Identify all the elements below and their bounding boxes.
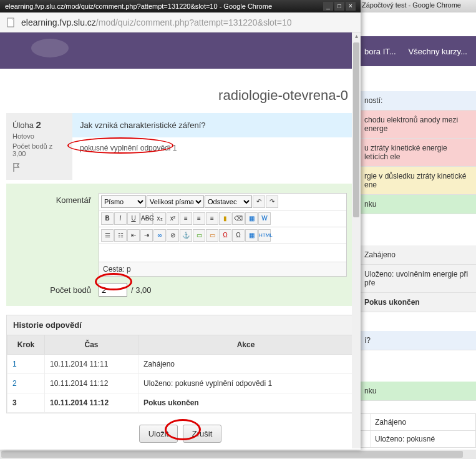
button-row: Uložit Zrušit	[6, 413, 354, 448]
url-text: elearning.fvp.slu.cz/mod/quiz/comment.ph…	[21, 17, 292, 27]
link-icon[interactable]: ∞	[153, 229, 166, 242]
grade-input[interactable]	[99, 283, 127, 297]
clean-icon[interactable]: ▮	[219, 212, 231, 225]
bg-row: nku	[358, 382, 476, 401]
outdent-icon[interactable]: ⇤	[127, 229, 140, 242]
sub-icon[interactable]: x₂	[153, 212, 166, 225]
rich-text-editor[interactable]: Písmo Velikost písma Odstavec ↶ ↷ B I U …	[99, 193, 347, 277]
col-time: Čas	[45, 335, 138, 355]
window-title: elearning.fvp.slu.cz/mod/quiz/comment.ph…	[5, 2, 323, 10]
answer-text: pokusné vyplnění odpovědi 1	[72, 137, 354, 159]
char-icon[interactable]: Ω	[232, 229, 245, 242]
table-row: 2 10.11.2014 11:12 Uloženo: pokusné vypl…	[7, 374, 354, 393]
italic-icon[interactable]: I	[114, 212, 127, 225]
main-window: elearning.fvp.slu.cz/mod/quiz/comment.ph…	[0, 0, 361, 450]
bg-table: Zahájeno Uloženo: pokusné	[358, 413, 476, 448]
equation-icon[interactable]: Ω	[219, 229, 231, 242]
col-step: Krok	[7, 335, 45, 355]
save-button[interactable]: Uložit	[139, 425, 178, 443]
bg-row: nku	[358, 195, 476, 214]
image-icon[interactable]: ▭	[193, 229, 205, 242]
editor-toolbar-1: Písmo Velikost písma Odstavec ↶ ↷	[99, 194, 346, 210]
cancel-button[interactable]: Zrušit	[183, 425, 222, 443]
align-left-icon[interactable]: ≡	[180, 212, 192, 225]
grade-label: Počet bodů	[14, 285, 99, 295]
paste-icon[interactable]: ▦	[245, 212, 258, 225]
align-right-icon[interactable]: ≡	[206, 212, 218, 225]
font-select[interactable]: Písmo	[101, 195, 146, 208]
history-block: Historie odpovědí Krok Čas Akce 1 10.11.…	[6, 315, 354, 413]
format-select[interactable]: Odstavec	[205, 195, 252, 208]
ol-icon[interactable]: ☷	[114, 229, 127, 242]
unlink-icon[interactable]: ⊘	[167, 229, 179, 242]
address-bar[interactable]: elearning.fvp.slu.cz/mod/quiz/comment.ph…	[0, 12, 361, 32]
bg-nav-item[interactable]: Všechny kurzy...	[409, 47, 467, 56]
question-block: Úloha 2 Hotovo Počet bodů z 3,00 Jak vzn…	[6, 113, 354, 180]
table-row: 1 10.11.2014 11:11 Zahájeno	[7, 355, 354, 374]
sup-icon[interactable]: x²	[167, 212, 179, 225]
page-title: radiologie-otevrena-0	[12, 87, 348, 104]
horizontal-scrollbar[interactable]	[0, 450, 476, 459]
editor-textarea[interactable]	[99, 244, 346, 262]
history-table: Krok Čas Akce 1 10.11.2014 11:11 Zahájen…	[7, 335, 354, 413]
bg-nav: bora IT... Všechny kurzy...	[358, 36, 476, 66]
html-icon[interactable]: HTML	[258, 229, 271, 242]
window-titlebar: elearning.fvp.slu.cz/mod/quiz/comment.ph…	[0, 0, 361, 12]
bg-row: rgie v důsledku ztráty kinetické ene	[358, 167, 476, 195]
paste-word-icon[interactable]: W	[258, 212, 271, 225]
scrollbar-thumb[interactable]	[353, 42, 359, 217]
scrollbar-thumb[interactable]	[1, 451, 463, 458]
bg-titlebar: Zápočtový test - Google Chrome	[358, 0, 476, 12]
bg-row: Zahájeno	[358, 245, 476, 265]
editor-toolbar-2: B I U ABC x₂ x² ≡ ≡ ≡ ▮ ⌫ ▦ W	[99, 210, 346, 227]
bg-row: í?	[358, 331, 476, 350]
question-text: Jak vzniká charakteristické záření?	[72, 113, 354, 137]
bg-nav-item[interactable]: bora IT...	[364, 47, 396, 56]
ul-icon[interactable]: ☰	[101, 229, 114, 242]
clear-icon[interactable]: ⌫	[232, 212, 245, 225]
page-header-banner	[0, 32, 361, 69]
maximize-icon[interactable]: □	[334, 2, 344, 11]
strike-icon[interactable]: ABC	[140, 212, 153, 225]
question-info: Úloha 2 Hotovo Počet bodů z 3,00	[6, 113, 72, 180]
bg-row: ností:	[358, 91, 476, 111]
page-content: radiologie-otevrena-0 Úloha 2 Hotovo Poč…	[0, 32, 361, 448]
fontsize-select[interactable]: Velikost písma	[147, 195, 204, 208]
minimize-icon[interactable]: _	[323, 2, 333, 11]
bold-icon[interactable]: B	[101, 212, 114, 225]
table-icon[interactable]: ▦	[245, 229, 258, 242]
close-icon[interactable]: ×	[346, 2, 356, 11]
background-window: Zápočtový test - Google Chrome bora IT..…	[357, 0, 476, 459]
history-title: Historie odpovědí	[7, 315, 354, 335]
vertical-scrollbar[interactable]: ▴	[352, 32, 361, 448]
redo-icon[interactable]: ↷	[266, 195, 278, 208]
undo-icon[interactable]: ↶	[253, 195, 265, 208]
bg-row: Uloženo: uvolněním energie při pře	[358, 265, 476, 293]
table-row: 3 10.11.2014 11:12 Pokus ukončen	[7, 393, 354, 413]
bg-row: chodu elektronů anody mezi energe	[358, 111, 476, 139]
bg-content: ností: chodu elektronů anody mezi energe…	[358, 66, 476, 448]
align-center-icon[interactable]: ≡	[193, 212, 205, 225]
bg-row: Pokus ukončen	[358, 293, 476, 312]
underline-icon[interactable]: U	[127, 212, 140, 225]
indent-icon[interactable]: ⇥	[140, 229, 153, 242]
anchor-icon[interactable]: ⚓	[180, 229, 192, 242]
page-icon	[6, 17, 16, 27]
grade-max: / 3,00	[131, 285, 152, 295]
col-action: Akce	[138, 335, 354, 355]
comment-block: Komentář Písmo Velikost písma Odstavec ↶…	[6, 184, 354, 306]
bg-row: u ztráty kinetické energie letících ele	[358, 139, 476, 167]
comment-label: Komentář	[14, 193, 99, 205]
media-icon[interactable]: ▭	[206, 229, 218, 242]
flag-icon[interactable]	[12, 162, 66, 174]
editor-path: Cesta: p	[99, 262, 346, 276]
editor-toolbar-3: ☰ ☷ ⇤ ⇥ ∞ ⊘ ⚓ ▭ ▭ Ω Ω ▦ HTML	[99, 227, 346, 244]
